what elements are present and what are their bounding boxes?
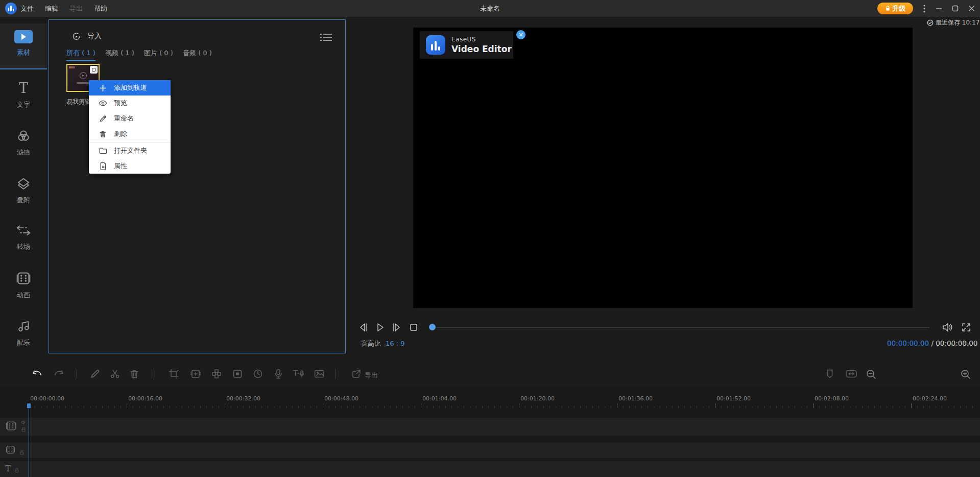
mosaic-icon[interactable] xyxy=(211,369,222,379)
marker-icon[interactable] xyxy=(825,369,834,379)
ruler-label: 00:01:36.00 xyxy=(618,395,653,402)
maximize-button[interactable] xyxy=(947,0,963,17)
menu-help[interactable]: 帮助 xyxy=(94,4,107,13)
tab-audio[interactable]: 音频 ( 0 ) xyxy=(183,49,212,60)
edit-pencil-icon[interactable] xyxy=(90,369,100,379)
upgrade-button[interactable]: 升级 xyxy=(877,3,913,14)
context-menu-separator xyxy=(89,142,171,142)
properties-icon xyxy=(99,162,107,170)
context-item-delete[interactable]: 删除 xyxy=(89,126,171,141)
zoom-out-icon[interactable] xyxy=(866,369,877,380)
media-play-icon xyxy=(0,30,47,43)
undo-icon[interactable] xyxy=(32,369,43,379)
fit-timeline-icon[interactable] xyxy=(845,369,857,379)
duration-clock-icon[interactable] xyxy=(253,369,263,379)
video-track-1[interactable] xyxy=(0,418,980,436)
lock-icon[interactable] xyxy=(19,450,25,455)
volume-button[interactable] xyxy=(941,322,953,333)
tab-all[interactable]: 所有 ( 1 ) xyxy=(66,49,95,61)
sidebar-item-filter[interactable]: 滤镜 xyxy=(0,128,47,157)
snapshot-icon[interactable] xyxy=(314,369,325,379)
ruler-label: 00:01:52.00 xyxy=(716,395,751,402)
watermark-close-icon[interactable]: ✕ xyxy=(516,30,525,39)
film-track-icon xyxy=(5,444,16,455)
context-item-label: 删除 xyxy=(114,129,127,138)
context-item-preview[interactable]: 预览 xyxy=(89,96,171,111)
prev-frame-button[interactable] xyxy=(357,322,369,333)
tab-image[interactable]: 图片 ( 0 ) xyxy=(144,49,173,60)
voiceover-mic-icon[interactable] xyxy=(274,369,283,379)
import-button[interactable]: 导入 xyxy=(71,31,102,41)
video-track-2[interactable] xyxy=(0,443,980,458)
transition-arrows-icon xyxy=(0,223,47,237)
titlebar: 文件 编辑 导出 帮助 未命名 升级 xyxy=(0,0,980,17)
redo-icon[interactable] xyxy=(53,369,64,379)
pencil-icon xyxy=(99,115,107,123)
play-button[interactable] xyxy=(374,322,386,333)
freeze-frame-icon[interactable] xyxy=(190,369,201,379)
stop-button[interactable] xyxy=(409,322,419,333)
list-view-toggle[interactable] xyxy=(320,32,332,42)
video-preview-stage: EaseUS Video Editor ✕ xyxy=(413,28,913,308)
cut-scissors-icon[interactable] xyxy=(110,369,120,379)
menu-file[interactable]: 文件 xyxy=(20,4,34,13)
playhead-handle[interactable] xyxy=(27,403,31,408)
overlay-diamond-icon xyxy=(0,176,47,191)
sidebar-item-text[interactable]: T 文字 xyxy=(0,81,47,109)
aspect-ratio-value[interactable]: 16 : 9 xyxy=(386,340,404,347)
fullscreen-button[interactable] xyxy=(961,322,972,333)
crop-icon[interactable] xyxy=(169,369,179,379)
brand-name-top: EaseUS xyxy=(451,36,512,43)
sidebar-item-transition[interactable]: 转场 xyxy=(0,223,47,251)
sidebar-item-media[interactable]: 素材 xyxy=(0,30,47,57)
sidebar-item-animation[interactable]: 动画 xyxy=(0,271,47,300)
clip-select-checkbox[interactable] xyxy=(90,66,98,74)
context-item-rename[interactable]: 重命名 xyxy=(89,111,171,126)
export-icon[interactable] xyxy=(351,369,362,379)
lock-icon[interactable] xyxy=(21,427,26,432)
context-item-open-folder[interactable]: 打开文件夹 xyxy=(89,143,171,158)
lock-icon[interactable] xyxy=(14,468,19,473)
context-item-add-to-track[interactable]: 添加到轨道 xyxy=(89,80,171,96)
trash-icon xyxy=(99,130,107,138)
timecode-display: 00:00:00.00 / 00:00:00.00 xyxy=(887,339,977,347)
context-item-label: 预览 xyxy=(114,99,127,108)
sidebar-item-overlay[interactable]: 叠附 xyxy=(0,176,47,205)
equalizer-bars xyxy=(8,6,14,11)
speaker-icon[interactable] xyxy=(21,420,27,425)
text-icon: T xyxy=(0,81,47,96)
sidebar-item-label: 文字 xyxy=(17,101,30,108)
sidebar-item-music[interactable]: 配乐 xyxy=(0,318,47,347)
context-item-properties[interactable]: 属性 xyxy=(89,158,171,174)
timeline-ruler[interactable]: 00:00:00.0000:00:16.0000:00:32.0000:00:4… xyxy=(0,386,980,409)
import-label: 导入 xyxy=(87,32,102,41)
export-button[interactable]: 导出 xyxy=(365,371,378,380)
more-options-button[interactable] xyxy=(917,0,932,17)
track-2-header xyxy=(5,444,25,455)
sidebar-item-label: 配乐 xyxy=(17,339,30,346)
context-item-label: 属性 xyxy=(114,161,127,171)
aspect-ratio-label: 宽高比 xyxy=(361,340,381,347)
import-icon xyxy=(71,31,82,41)
preview-progress-bar[interactable] xyxy=(435,327,929,328)
playhead[interactable] xyxy=(29,403,29,477)
sidebar-item-label: 滤镜 xyxy=(17,149,30,156)
text-to-speech-icon[interactable] xyxy=(292,369,305,379)
saved-check-icon xyxy=(927,19,934,26)
context-item-label: 添加到轨道 xyxy=(114,83,147,92)
minimize-button[interactable] xyxy=(931,0,946,17)
clip-context-menu: 添加到轨道 预览 重命名 删除 打开文件夹 xyxy=(89,80,171,174)
zoom-in-icon[interactable] xyxy=(960,369,971,380)
next-frame-button[interactable] xyxy=(391,322,402,333)
preview-progress-handle[interactable] xyxy=(429,324,436,330)
tab-video[interactable]: 视频 ( 1 ) xyxy=(105,49,134,60)
close-button[interactable] xyxy=(964,0,979,17)
thumbnail-detail xyxy=(69,66,75,68)
menu-edit[interactable]: 编辑 xyxy=(45,4,58,13)
delete-trash-icon[interactable] xyxy=(129,369,139,379)
text-track[interactable] xyxy=(0,461,980,477)
context-item-label: 打开文件夹 xyxy=(114,146,147,155)
current-timecode: 00:00:00.00 xyxy=(887,339,929,347)
pip-icon[interactable] xyxy=(232,369,243,379)
ruler-label: 00:02:08.00 xyxy=(815,395,849,402)
